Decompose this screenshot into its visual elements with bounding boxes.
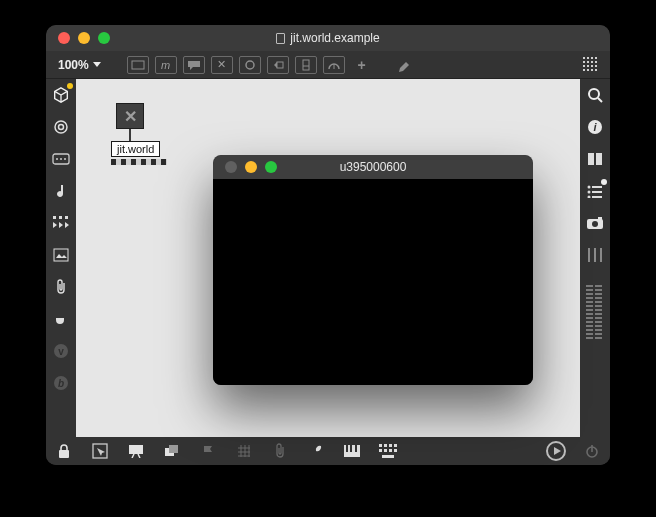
object-label: jit.world bbox=[117, 143, 154, 155]
level-meter bbox=[585, 277, 605, 339]
target-icon[interactable] bbox=[51, 117, 71, 137]
svg-rect-44 bbox=[379, 444, 382, 447]
search-icon[interactable] bbox=[585, 85, 605, 105]
flag-icon[interactable] bbox=[198, 441, 218, 461]
chevron-down-icon bbox=[93, 62, 101, 67]
close-icon[interactable] bbox=[225, 161, 237, 173]
svg-point-1 bbox=[246, 61, 254, 69]
pointer-icon[interactable] bbox=[90, 441, 110, 461]
svg-rect-42 bbox=[350, 445, 352, 452]
render-canvas[interactable] bbox=[213, 179, 533, 385]
svg-rect-27 bbox=[592, 186, 602, 188]
keyboard-grid-icon[interactable] bbox=[378, 441, 398, 461]
svg-rect-15 bbox=[54, 249, 68, 261]
zoom-icon[interactable] bbox=[98, 32, 110, 44]
document-icon bbox=[276, 33, 285, 44]
svg-rect-45 bbox=[384, 444, 387, 447]
slider-button[interactable] bbox=[295, 56, 317, 74]
svg-rect-46 bbox=[389, 444, 392, 447]
svg-rect-25 bbox=[596, 153, 602, 165]
columns-icon[interactable] bbox=[585, 149, 605, 169]
b-icon[interactable]: b bbox=[51, 373, 71, 393]
svg-point-26 bbox=[588, 186, 591, 189]
note-icon[interactable] bbox=[51, 181, 71, 201]
svg-rect-29 bbox=[592, 191, 602, 193]
left-sidebar: v b bbox=[46, 79, 76, 437]
svg-point-20 bbox=[589, 89, 599, 99]
svg-rect-41 bbox=[346, 445, 348, 452]
svg-rect-39 bbox=[169, 445, 178, 453]
svg-point-11 bbox=[64, 158, 66, 160]
grid-icon[interactable] bbox=[580, 56, 602, 74]
svg-point-7 bbox=[59, 125, 64, 130]
svg-rect-49 bbox=[384, 449, 387, 452]
svg-rect-3 bbox=[303, 60, 309, 70]
svg-point-33 bbox=[592, 221, 598, 227]
object-ports bbox=[111, 159, 167, 165]
window-title-text: jit.world.example bbox=[290, 31, 379, 45]
power-icon[interactable] bbox=[582, 441, 602, 461]
wrench-icon[interactable] bbox=[306, 441, 326, 461]
object-box[interactable]: jit.world bbox=[111, 141, 160, 157]
svg-point-9 bbox=[56, 158, 58, 160]
right-sidebar: i bbox=[580, 79, 610, 437]
list-icon[interactable] bbox=[585, 181, 605, 201]
bang-button[interactable] bbox=[239, 56, 261, 74]
attach-icon[interactable] bbox=[270, 441, 290, 461]
cube-icon[interactable] bbox=[51, 85, 71, 105]
minimize-icon[interactable] bbox=[78, 32, 90, 44]
dial-button[interactable] bbox=[323, 56, 345, 74]
close-icon[interactable] bbox=[58, 32, 70, 44]
badge-icon bbox=[601, 179, 607, 185]
bottom-toolbar bbox=[46, 437, 610, 465]
device-icon[interactable] bbox=[51, 149, 71, 169]
svg-point-10 bbox=[60, 158, 62, 160]
titlebar[interactable]: jit.world.example bbox=[46, 25, 610, 51]
svg-rect-2 bbox=[277, 62, 283, 68]
svg-point-28 bbox=[588, 191, 591, 194]
layers-icon[interactable] bbox=[162, 441, 182, 461]
camera-icon[interactable] bbox=[585, 213, 605, 233]
svg-rect-24 bbox=[588, 153, 594, 165]
svg-rect-12 bbox=[53, 216, 56, 219]
message-button[interactable]: m bbox=[155, 56, 177, 74]
svg-rect-14 bbox=[65, 216, 68, 219]
minimize-icon[interactable] bbox=[245, 161, 257, 173]
info-icon[interactable]: i bbox=[585, 117, 605, 137]
matrix-icon[interactable] bbox=[51, 213, 71, 233]
paint-button[interactable] bbox=[395, 56, 417, 74]
svg-point-6 bbox=[55, 121, 67, 133]
svg-point-30 bbox=[588, 196, 591, 199]
svg-rect-48 bbox=[379, 449, 382, 452]
lock-icon[interactable] bbox=[54, 441, 74, 461]
toggle-object[interactable]: ✕ bbox=[116, 103, 144, 129]
zoom-icon[interactable] bbox=[265, 161, 277, 173]
badge-icon bbox=[67, 83, 73, 89]
number-button[interactable] bbox=[267, 56, 289, 74]
svg-rect-43 bbox=[355, 445, 357, 452]
comment-button[interactable] bbox=[183, 56, 205, 74]
new-object-button[interactable] bbox=[127, 56, 149, 74]
window-title: jit.world.example bbox=[46, 31, 610, 45]
toggle-button[interactable]: ✕ bbox=[211, 56, 233, 74]
v-icon[interactable]: v bbox=[51, 341, 71, 361]
zoom-value: 100% bbox=[58, 58, 89, 72]
float-titlebar[interactable]: u395000600 bbox=[213, 155, 533, 179]
presentation-icon[interactable] bbox=[126, 441, 146, 461]
float-window-controls bbox=[225, 161, 277, 173]
svg-rect-50 bbox=[389, 449, 392, 452]
svg-rect-47 bbox=[394, 444, 397, 447]
sliders-icon[interactable] bbox=[585, 245, 605, 265]
svg-rect-37 bbox=[129, 445, 143, 454]
svg-rect-13 bbox=[59, 216, 62, 219]
piano-icon[interactable] bbox=[342, 441, 362, 461]
grid-toggle-icon[interactable] bbox=[234, 441, 254, 461]
window-controls bbox=[58, 32, 110, 44]
plug-icon[interactable] bbox=[51, 309, 71, 329]
image-icon[interactable] bbox=[51, 245, 71, 265]
play-button[interactable] bbox=[546, 441, 566, 461]
render-window[interactable]: u395000600 bbox=[213, 155, 533, 385]
paperclip-icon[interactable] bbox=[51, 277, 71, 297]
zoom-dropdown[interactable]: 100% bbox=[54, 56, 105, 74]
add-button[interactable]: + bbox=[351, 56, 373, 74]
